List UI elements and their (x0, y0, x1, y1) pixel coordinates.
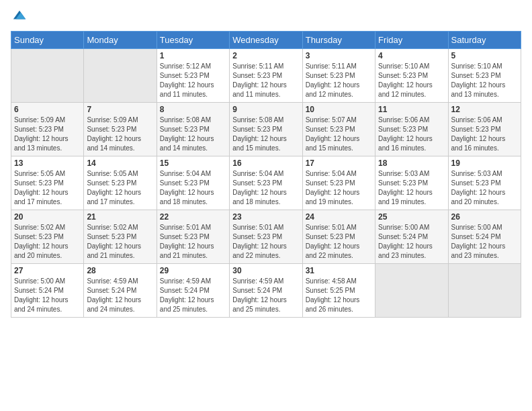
calendar-cell: 26Sunrise: 5:00 AM Sunset: 5:24 PM Dayli… (448, 210, 521, 264)
calendar-week-row: 6Sunrise: 5:09 AM Sunset: 5:23 PM Daylig… (11, 103, 521, 156)
calendar-cell: 8Sunrise: 5:08 AM Sunset: 5:23 PM Daylig… (157, 103, 229, 156)
calendar-cell (11, 49, 84, 103)
day-info: Sunrise: 5:02 AM Sunset: 5:23 PM Dayligh… (14, 223, 81, 261)
day-info: Sunrise: 5:12 AM Sunset: 5:23 PM Dayligh… (160, 62, 226, 99)
day-info: Sunrise: 5:11 AM Sunset: 5:23 PM Dayligh… (306, 62, 372, 99)
day-info: Sunrise: 5:01 AM Sunset: 5:23 PM Dayligh… (306, 223, 372, 261)
day-info: Sunrise: 5:02 AM Sunset: 5:23 PM Dayligh… (87, 223, 153, 261)
weekday-header: Saturday (448, 32, 521, 49)
calendar-cell (448, 264, 521, 318)
day-info: Sunrise: 5:03 AM Sunset: 5:23 PM Dayligh… (451, 169, 518, 207)
day-number: 23 (232, 212, 299, 222)
day-info: Sunrise: 5:04 AM Sunset: 5:23 PM Dayligh… (306, 169, 372, 207)
day-number: 31 (306, 266, 372, 275)
calendar-cell: 1Sunrise: 5:12 AM Sunset: 5:23 PM Daylig… (157, 49, 229, 103)
day-number: 2 (232, 51, 299, 60)
day-info: Sunrise: 5:01 AM Sunset: 5:23 PM Dayligh… (160, 223, 226, 261)
day-info: Sunrise: 5:00 AM Sunset: 5:24 PM Dayligh… (451, 223, 518, 261)
calendar-cell: 22Sunrise: 5:01 AM Sunset: 5:23 PM Dayli… (157, 210, 229, 264)
calendar-cell: 30Sunrise: 4:59 AM Sunset: 5:24 PM Dayli… (230, 264, 302, 318)
weekday-header: Wednesday (230, 32, 302, 49)
day-info: Sunrise: 5:09 AM Sunset: 5:23 PM Dayligh… (14, 116, 81, 153)
day-number: 24 (306, 212, 372, 222)
day-info: Sunrise: 5:03 AM Sunset: 5:23 PM Dayligh… (378, 169, 445, 207)
calendar-cell: 17Sunrise: 5:04 AM Sunset: 5:23 PM Dayli… (302, 156, 375, 210)
calendar-cell: 6Sunrise: 5:09 AM Sunset: 5:23 PM Daylig… (11, 103, 84, 156)
day-info: Sunrise: 5:08 AM Sunset: 5:23 PM Dayligh… (160, 116, 226, 153)
calendar-cell (84, 49, 157, 103)
calendar-cell (375, 264, 448, 318)
weekday-header-row: SundayMondayTuesdayWednesdayThursdayFrid… (11, 32, 521, 49)
day-number: 21 (87, 212, 153, 222)
day-info: Sunrise: 5:04 AM Sunset: 5:23 PM Dayligh… (232, 169, 299, 207)
logo-icon (12, 8, 27, 23)
day-info: Sunrise: 4:59 AM Sunset: 5:24 PM Dayligh… (232, 277, 299, 314)
day-number: 10 (306, 105, 372, 114)
day-number: 9 (232, 105, 299, 114)
calendar-cell: 18Sunrise: 5:03 AM Sunset: 5:23 PM Dayli… (375, 156, 448, 210)
day-info: Sunrise: 5:08 AM Sunset: 5:23 PM Dayligh… (232, 116, 299, 153)
day-info: Sunrise: 5:01 AM Sunset: 5:23 PM Dayligh… (232, 223, 299, 261)
day-info: Sunrise: 5:06 AM Sunset: 5:23 PM Dayligh… (378, 116, 445, 153)
day-info: Sunrise: 5:00 AM Sunset: 5:24 PM Dayligh… (378, 223, 445, 261)
day-number: 15 (160, 158, 226, 168)
day-info: Sunrise: 5:10 AM Sunset: 5:23 PM Dayligh… (451, 62, 518, 99)
day-number: 8 (160, 105, 226, 114)
calendar-cell: 13Sunrise: 5:05 AM Sunset: 5:23 PM Dayli… (11, 156, 84, 210)
calendar-week-row: 27Sunrise: 5:00 AM Sunset: 5:24 PM Dayli… (11, 264, 521, 318)
day-number: 22 (160, 212, 226, 222)
weekday-header: Monday (84, 32, 157, 49)
weekday-header: Friday (375, 32, 448, 49)
calendar-cell: 9Sunrise: 5:08 AM Sunset: 5:23 PM Daylig… (230, 103, 302, 156)
day-number: 20 (14, 212, 81, 222)
day-info: Sunrise: 5:04 AM Sunset: 5:23 PM Dayligh… (160, 169, 226, 207)
calendar-cell: 24Sunrise: 5:01 AM Sunset: 5:23 PM Dayli… (302, 210, 375, 264)
day-info: Sunrise: 5:05 AM Sunset: 5:23 PM Dayligh… (14, 169, 81, 207)
day-number: 11 (378, 105, 445, 114)
day-info: Sunrise: 5:09 AM Sunset: 5:23 PM Dayligh… (87, 116, 153, 153)
day-number: 18 (378, 158, 445, 168)
day-info: Sunrise: 5:07 AM Sunset: 5:23 PM Dayligh… (306, 116, 372, 153)
day-number: 12 (451, 105, 518, 114)
calendar-cell: 11Sunrise: 5:06 AM Sunset: 5:23 PM Dayli… (375, 103, 448, 156)
calendar-cell: 27Sunrise: 5:00 AM Sunset: 5:24 PM Dayli… (11, 264, 84, 318)
calendar-cell: 15Sunrise: 5:04 AM Sunset: 5:23 PM Dayli… (157, 156, 229, 210)
day-info: Sunrise: 5:00 AM Sunset: 5:24 PM Dayligh… (14, 277, 81, 314)
calendar-cell: 29Sunrise: 4:59 AM Sunset: 5:24 PM Dayli… (157, 264, 229, 318)
calendar-cell: 7Sunrise: 5:09 AM Sunset: 5:23 PM Daylig… (84, 103, 157, 156)
day-number: 29 (160, 266, 226, 275)
day-info: Sunrise: 5:11 AM Sunset: 5:23 PM Dayligh… (232, 62, 299, 99)
day-number: 4 (378, 51, 445, 60)
day-number: 13 (14, 158, 81, 168)
day-info: Sunrise: 4:59 AM Sunset: 5:24 PM Dayligh… (160, 277, 226, 314)
calendar-week-row: 1Sunrise: 5:12 AM Sunset: 5:23 PM Daylig… (11, 49, 521, 103)
day-info: Sunrise: 4:58 AM Sunset: 5:25 PM Dayligh… (306, 277, 372, 314)
day-info: Sunrise: 5:06 AM Sunset: 5:23 PM Dayligh… (451, 116, 518, 153)
calendar-cell: 10Sunrise: 5:07 AM Sunset: 5:23 PM Dayli… (302, 103, 375, 156)
weekday-header: Tuesday (157, 32, 229, 49)
calendar-cell: 19Sunrise: 5:03 AM Sunset: 5:23 PM Dayli… (448, 156, 521, 210)
calendar-cell: 2Sunrise: 5:11 AM Sunset: 5:23 PM Daylig… (230, 49, 302, 103)
page-header (11, 11, 521, 23)
calendar-cell: 16Sunrise: 5:04 AM Sunset: 5:23 PM Dayli… (230, 156, 302, 210)
calendar-cell: 12Sunrise: 5:06 AM Sunset: 5:23 PM Dayli… (448, 103, 521, 156)
day-number: 1 (160, 51, 226, 60)
calendar-week-row: 13Sunrise: 5:05 AM Sunset: 5:23 PM Dayli… (11, 156, 521, 210)
day-number: 14 (87, 158, 153, 168)
calendar-cell: 23Sunrise: 5:01 AM Sunset: 5:23 PM Dayli… (230, 210, 302, 264)
day-number: 16 (232, 158, 299, 168)
day-info: Sunrise: 4:59 AM Sunset: 5:24 PM Dayligh… (87, 277, 153, 314)
day-info: Sunrise: 5:05 AM Sunset: 5:23 PM Dayligh… (87, 169, 153, 207)
calendar-cell: 21Sunrise: 5:02 AM Sunset: 5:23 PM Dayli… (84, 210, 157, 264)
day-number: 25 (378, 212, 445, 222)
calendar-cell: 20Sunrise: 5:02 AM Sunset: 5:23 PM Dayli… (11, 210, 84, 264)
calendar-cell: 14Sunrise: 5:05 AM Sunset: 5:23 PM Dayli… (84, 156, 157, 210)
calendar-cell: 31Sunrise: 4:58 AM Sunset: 5:25 PM Dayli… (302, 264, 375, 318)
weekday-header: Thursday (302, 32, 375, 49)
calendar-cell: 5Sunrise: 5:10 AM Sunset: 5:23 PM Daylig… (448, 49, 521, 103)
day-number: 26 (451, 212, 518, 222)
calendar-cell: 25Sunrise: 5:00 AM Sunset: 5:24 PM Dayli… (375, 210, 448, 264)
day-number: 28 (87, 266, 153, 275)
day-number: 6 (14, 105, 81, 114)
day-number: 27 (14, 266, 81, 275)
